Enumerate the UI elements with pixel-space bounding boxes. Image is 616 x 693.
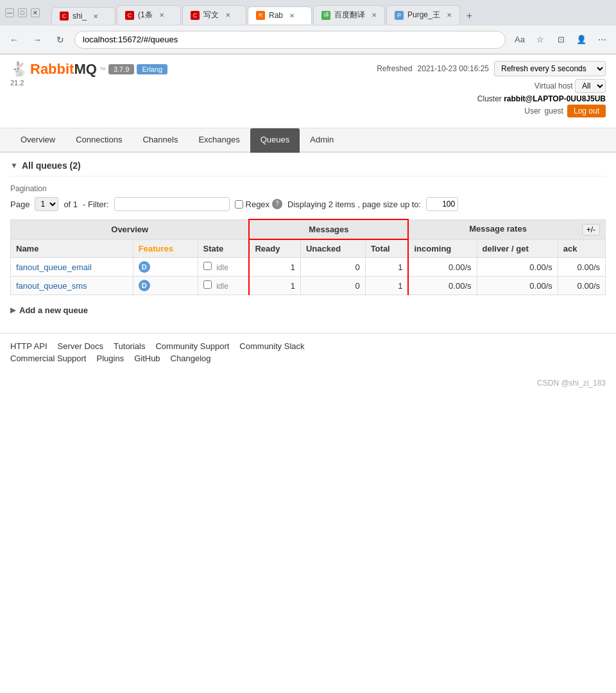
tab-close-1[interactable]: ✕	[159, 12, 164, 19]
footer-community-slack[interactable]: Community Slack	[239, 341, 304, 351]
tab-label-translate: 百度翻译	[334, 10, 365, 21]
app-content: ▼ All queues (2) Pagination Page 1 of 1 …	[0, 153, 616, 333]
footer-commercial-support[interactable]: Commercial Support	[10, 354, 87, 363]
star-icon[interactable]: ☆	[531, 31, 549, 49]
tab-close-write[interactable]: ✕	[225, 12, 230, 19]
app-nav: Overview Connections Channels Exchanges …	[0, 128, 616, 153]
queue-total-email: 1	[365, 258, 408, 277]
footer-row-1: HTTP API Server Docs Tutorials Community…	[10, 341, 606, 351]
filter-input[interactable]	[114, 197, 230, 211]
th-features: Features	[133, 239, 198, 258]
user-name: guest	[545, 107, 563, 116]
footer-http-api[interactable]: HTTP API	[10, 341, 47, 351]
add-queue-toggle[interactable]: ▶ Add a new queue	[10, 305, 606, 315]
minimize-button[interactable]: —	[5, 8, 14, 17]
queue-state-text-sms: idle	[216, 282, 228, 291]
regex-checkbox[interactable]	[235, 200, 243, 209]
tab-shi[interactable]: C shi_ ✕	[51, 7, 116, 24]
th-name: Name	[11, 239, 133, 258]
tab-purge[interactable]: P Purge_王 ✕	[386, 5, 460, 24]
tab-close-purge[interactable]: ✕	[447, 12, 452, 19]
queue-unacked-email: 0	[300, 258, 365, 277]
footer-changelog[interactable]: Changelog	[171, 354, 211, 363]
header-top: 🐇 RabbitMQ ™ 3.7.9 Erlang 21.2 Refreshed…	[10, 61, 606, 117]
vhost-select[interactable]: All /	[575, 79, 606, 93]
section-title: All queues (2)	[22, 160, 81, 171]
pagination-row: Page 1 of 1 - Filter: Regex ? Displaying…	[10, 197, 606, 211]
address-input[interactable]	[74, 31, 506, 49]
queue-ack-sms: 0.00/s	[558, 277, 605, 295]
queue-total-sms: 1	[365, 277, 408, 295]
queue-checkbox-sms[interactable]	[203, 280, 212, 289]
logo-title: RabbitMQ	[30, 61, 97, 78]
footer-tutorials[interactable]: Tutorials	[114, 341, 145, 351]
queue-incoming-sms: 0.00/s	[408, 277, 477, 295]
logo-tm: ™	[99, 66, 106, 73]
footer-plugins[interactable]: Plugins	[97, 354, 124, 363]
user-label: User	[524, 107, 540, 116]
nav-queues[interactable]: Queues	[250, 128, 300, 153]
maximize-button[interactable]: □	[18, 8, 27, 17]
section-header: ▼ All queues (2)	[10, 160, 606, 176]
version-badge: 3.7.9	[108, 64, 134, 74]
close-button[interactable]: ✕	[31, 8, 40, 17]
page-label: Page	[10, 200, 30, 209]
tab-1[interactable]: C (1条 ✕	[117, 5, 181, 24]
back-button[interactable]: ←	[5, 31, 23, 49]
forward-button[interactable]: →	[28, 31, 46, 49]
queue-name-email[interactable]: fanout_queue_email	[11, 258, 133, 277]
refreshed-time: 2021-10-23 00:16:25	[418, 64, 489, 73]
nav-channels[interactable]: Channels	[132, 128, 188, 153]
logout-button[interactable]: Log out	[567, 105, 606, 117]
logo-area: 🐇 RabbitMQ ™ 3.7.9 Erlang 21.2	[10, 61, 167, 87]
nav-overview[interactable]: Overview	[10, 128, 65, 153]
collapse-arrow[interactable]: ▼	[10, 161, 18, 170]
regex-help-icon[interactable]: ?	[272, 199, 282, 209]
tab-write[interactable]: C 写文 ✕	[182, 5, 246, 24]
page-select[interactable]: 1	[35, 197, 58, 211]
tab-translate[interactable]: 译 百度翻译 ✕	[313, 5, 385, 24]
profile-icon[interactable]: 👤	[572, 31, 590, 49]
nav-connections[interactable]: Connections	[65, 128, 132, 153]
vhost-label: Virtual host	[535, 81, 573, 90]
queue-incoming-email: 0.00/s	[408, 258, 477, 277]
reload-button[interactable]: ↻	[51, 31, 69, 49]
queue-state-sms: idle	[198, 277, 249, 295]
cluster-info: Cluster rabbit@LAPTOP-0UU8J5UB	[377, 94, 606, 103]
bookmark-icon[interactable]: ⊡	[552, 31, 570, 49]
translate-icon[interactable]: Aa	[511, 31, 529, 49]
group-messages: Messages	[249, 219, 408, 239]
tab-label-rabbitmq: Rab	[269, 11, 283, 20]
nav-admin[interactable]: Admin	[300, 128, 344, 153]
filter-label: - Filter:	[83, 200, 108, 209]
footer-row-2: Commercial Support Plugins GitHub Change…	[10, 354, 606, 363]
tab-close-translate[interactable]: ✕	[372, 12, 377, 19]
footer-server-docs[interactable]: Server Docs	[58, 341, 104, 351]
refresh-select[interactable]: Refresh every 5 seconds Refresh every 10…	[494, 61, 606, 76]
queue-state-text-email: idle	[216, 263, 228, 272]
new-tab-button[interactable]: +	[461, 8, 477, 24]
regex-text: Regex	[246, 200, 270, 209]
tab-favicon-shi: C	[60, 12, 69, 21]
footer-community-support[interactable]: Community Support	[155, 341, 229, 351]
queue-deliver-sms: 0.00/s	[477, 277, 558, 295]
nav-exchanges[interactable]: Exchanges	[188, 128, 250, 153]
more-icon[interactable]: ⋯	[593, 31, 611, 49]
footer-github[interactable]: GitHub	[134, 354, 160, 363]
tab-close-rabbitmq[interactable]: ✕	[289, 12, 295, 19]
tab-rabbitmq[interactable]: R Rab ✕	[248, 6, 312, 24]
queues-table: Overview Messages Message rates +/- Name…	[10, 219, 606, 295]
queue-name-sms[interactable]: fanout_queue_sms	[11, 277, 133, 295]
queue-checkbox-email[interactable]	[203, 262, 212, 270]
add-queue-label: Add a new queue	[19, 305, 88, 315]
header-right: Refreshed 2021-10-23 00:16:25 Refresh ev…	[377, 61, 606, 117]
group-message-rates: Message rates +/-	[408, 219, 605, 239]
user-area: User guest Log out	[377, 105, 606, 117]
tab-label-shi: shi_	[73, 12, 87, 21]
page-size-input[interactable]	[426, 197, 458, 211]
vhost-area: Virtual host All /	[377, 79, 606, 93]
tab-label-purge: Purge_王	[407, 10, 440, 21]
tab-close-shi[interactable]: ✕	[93, 13, 98, 20]
plus-minus-button[interactable]: +/-	[582, 224, 600, 235]
add-queue-section: ▶ Add a new queue	[10, 305, 606, 315]
